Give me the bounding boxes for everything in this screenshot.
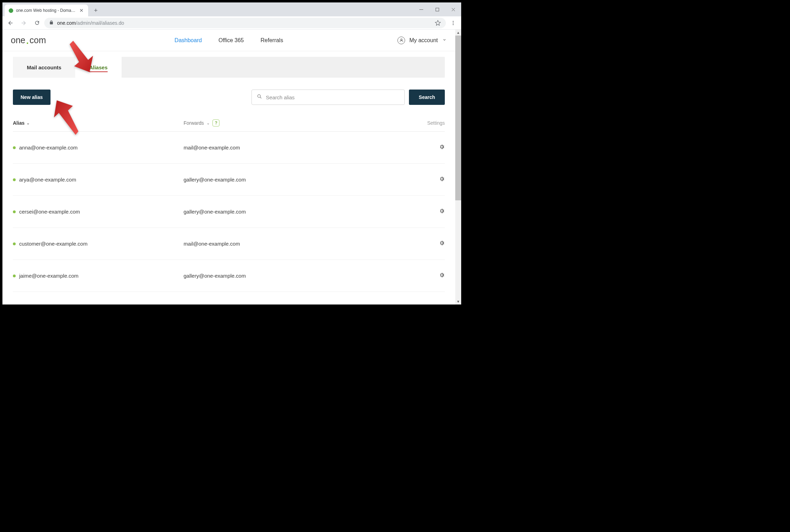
forwards-cell: mail@one-example.com: [184, 241, 431, 247]
column-alias-label: Alias: [13, 120, 24, 126]
new-tab-button[interactable]: +: [91, 6, 101, 15]
svg-point-4: [453, 21, 454, 22]
tab-title: one.com Web hosting - Domain…: [16, 8, 76, 13]
column-alias[interactable]: Alias ⌄: [13, 120, 184, 126]
forwards-cell: gallery@one-example.com: [184, 209, 431, 215]
svg-line-9: [260, 97, 261, 98]
table-row: jaime@one-example.comgallery@one-example…: [13, 260, 445, 292]
table-row: anna@one-example.commail@one-example.com: [13, 132, 445, 164]
alias-cell: arya@one-example.com: [13, 177, 184, 183]
window-minimize-button[interactable]: [413, 2, 429, 16]
back-button[interactable]: [5, 18, 16, 28]
svg-point-5: [453, 22, 454, 23]
alias-email: arya@one-example.com: [19, 177, 76, 183]
help-icon[interactable]: ?: [212, 119, 219, 126]
forwards-cell: gallery@one-example.com: [184, 177, 431, 183]
alias-email: customer@one-example.com: [19, 241, 87, 247]
tab-mail-accounts[interactable]: Mail accounts: [13, 57, 75, 78]
logo-part-one: one: [11, 35, 25, 45]
svg-rect-1: [436, 8, 439, 11]
table-row: customer@one-example.commail@one-example…: [13, 228, 445, 260]
bookmark-star-icon[interactable]: [435, 20, 441, 26]
alias-cell: anna@one-example.com: [13, 145, 184, 151]
tab-mail-accounts-label: Mail accounts: [27, 64, 61, 70]
alias-email: cersei@one-example.com: [19, 209, 80, 215]
alias-table-body: anna@one-example.commail@one-example.com…: [13, 132, 445, 292]
alias-cell: customer@one-example.com: [13, 241, 184, 247]
tab-aliases-label: Aliases: [89, 64, 108, 70]
reload-button[interactable]: [31, 18, 43, 28]
table-row: cersei@one-example.comgallery@one-exampl…: [13, 196, 445, 228]
window-maximize-button[interactable]: [429, 2, 445, 16]
logo-part-com: com: [30, 35, 46, 45]
primary-nav: Dashboard Office 365 Referrals: [175, 37, 283, 44]
status-dot-icon: [13, 275, 16, 277]
site-logo[interactable]: one.com: [11, 35, 46, 45]
browser-menu-button[interactable]: [447, 20, 459, 26]
chevron-down-icon: ⌄: [207, 121, 210, 125]
nav-dashboard[interactable]: Dashboard: [175, 37, 202, 44]
status-dot-icon: [13, 210, 16, 213]
svg-point-7: [401, 39, 402, 40]
forwards-cell: mail@one-example.com: [184, 145, 431, 151]
nav-referrals[interactable]: Referrals: [261, 37, 283, 44]
table-row: arya@one-example.comgallery@one-example.…: [13, 164, 445, 196]
chevron-down-icon: ⌄: [26, 121, 30, 125]
account-menu[interactable]: My account: [397, 37, 447, 44]
row-settings-button[interactable]: [439, 208, 445, 215]
browser-address-bar: one.com/admin/mail/aliases.do: [2, 16, 461, 30]
row-settings-button[interactable]: [439, 272, 445, 279]
url-bar[interactable]: one.com/admin/mail/aliases.do: [44, 18, 446, 28]
scroll-down-arrow[interactable]: ▼: [455, 299, 461, 304]
search-button[interactable]: Search: [409, 90, 445, 105]
forward-button[interactable]: [18, 18, 30, 28]
search-alias-field[interactable]: [251, 90, 405, 105]
alias-email: anna@one-example.com: [19, 145, 78, 151]
row-settings-button[interactable]: [439, 240, 445, 247]
new-alias-button[interactable]: New alias: [13, 90, 51, 105]
alias-email: jaime@one-example.com: [19, 273, 78, 279]
column-forwards-label: Forwards: [184, 120, 204, 126]
active-tab-underline: [89, 71, 108, 72]
lock-icon: [49, 20, 54, 26]
scrollbar-thumb[interactable]: [455, 36, 461, 200]
nav-office365[interactable]: Office 365: [218, 37, 244, 44]
status-dot-icon: [13, 242, 16, 245]
account-label: My account: [409, 37, 438, 44]
search-input[interactable]: [266, 94, 400, 100]
forwards-cell: gallery@one-example.com: [184, 273, 431, 279]
favicon-icon: [9, 8, 13, 13]
column-settings: Settings: [417, 120, 445, 126]
browser-tab[interactable]: one.com Web hosting - Domain… ✕: [5, 5, 88, 16]
table-header: Alias ⌄ Forwards ⌄ ? Settings: [13, 119, 445, 132]
svg-point-8: [258, 95, 261, 98]
action-row: New alias Search: [13, 90, 445, 105]
row-settings-button[interactable]: [439, 176, 445, 183]
close-tab-icon[interactable]: ✕: [79, 8, 84, 13]
alias-cell: cersei@one-example.com: [13, 209, 184, 215]
chevron-down-icon: [442, 37, 447, 44]
browser-titlebar: one.com Web hosting - Domain… ✕ +: [2, 2, 461, 16]
section-tabs: Mail accounts Aliases: [13, 57, 445, 78]
alias-cell: jaime@one-example.com: [13, 273, 184, 279]
url-text: one.com/admin/mail/aliases.do: [57, 20, 431, 26]
status-dot-icon: [13, 178, 16, 181]
column-forwards[interactable]: Forwards ⌄ ?: [184, 119, 417, 126]
scroll-up-arrow[interactable]: ▲: [455, 30, 461, 36]
site-header: one.com Dashboard Office 365 Referrals M…: [2, 30, 455, 51]
tab-aliases[interactable]: Aliases: [75, 57, 122, 78]
window-close-button[interactable]: [445, 2, 461, 16]
search-icon: [257, 94, 262, 101]
user-avatar-icon: [397, 37, 405, 44]
svg-point-6: [453, 24, 454, 25]
row-settings-button[interactable]: [439, 144, 445, 151]
status-dot-icon: [13, 146, 16, 149]
